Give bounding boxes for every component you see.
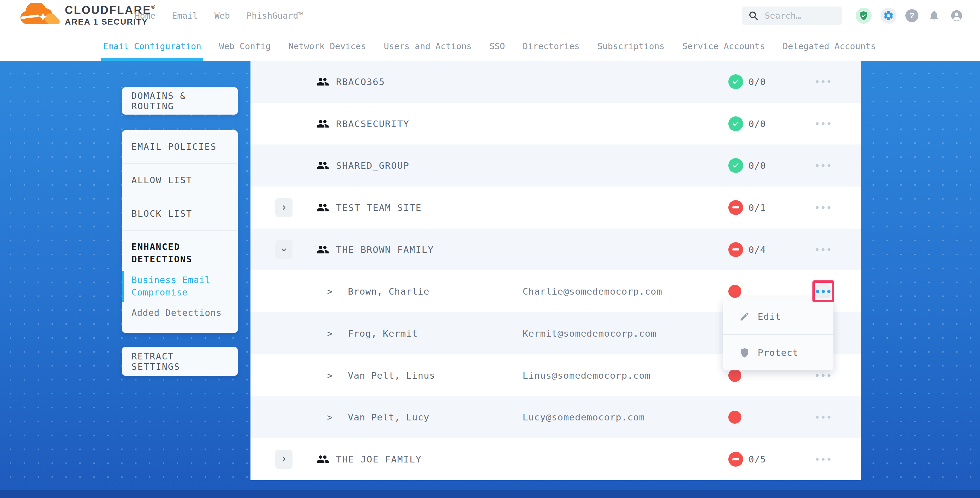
collapse-button[interactable] [275, 240, 293, 259]
user-caret[interactable]: > [327, 286, 332, 297]
user-caret[interactable]: > [327, 370, 332, 380]
nav-phishguard[interactable]: PhishGuard™ [247, 11, 304, 21]
tab-delegated-accounts[interactable]: Delegated Accounts [783, 31, 876, 61]
gear-icon[interactable] [881, 8, 897, 24]
bell-icon[interactable] [927, 9, 941, 22]
section-tabbar: Email Configuration Web Config Network D… [0, 31, 980, 61]
bottom-strip [0, 490, 980, 498]
shield-icon [739, 347, 750, 358]
group-icon [316, 201, 329, 214]
help-icon[interactable]: ? [905, 9, 918, 22]
status-badge: 0/5 [728, 452, 766, 467]
row-menu-button[interactable] [809, 206, 837, 209]
sidebar-item-enhanced-detections[interactable]: ENHANCED DETECTIONS [122, 241, 238, 266]
tab-network-devices[interactable]: Network Devices [288, 31, 366, 61]
user-name: Van Pelt, Lucy [348, 412, 429, 423]
sidebar-item-business-email-compromise[interactable]: Business Email Compromise [122, 274, 238, 299]
group-icon [316, 243, 329, 256]
row-menu-button-active[interactable] [814, 282, 832, 300]
table-row-group: RBACSECURITY 0/0 [250, 103, 861, 145]
group-name: THE BROWN FAMILY [336, 244, 434, 255]
expand-button[interactable] [275, 450, 293, 469]
sidebar-label: RETRACT SETTINGS [132, 351, 228, 372]
row-menu-button[interactable] [809, 458, 837, 461]
pencil-icon [739, 311, 750, 322]
context-menu-item-protect[interactable]: Protect [723, 334, 834, 370]
tab-email-configuration[interactable]: Email Configuration [103, 31, 201, 61]
sidebar-item-added-detections[interactable]: Added Detections [122, 308, 238, 318]
tab-sso[interactable]: SSO [489, 31, 505, 61]
row-menu-button[interactable] [809, 374, 837, 377]
tab-service-accounts[interactable]: Service Accounts [682, 31, 765, 61]
sidebar-label: ALLOW LIST [132, 175, 192, 185]
tab-directories[interactable]: Directories [523, 31, 579, 61]
sidebar-section-enhanced-detections: ENHANCED DETECTIONS Business Email Compr… [122, 231, 238, 333]
nav-home[interactable]: Home [135, 11, 156, 21]
nav-web[interactable]: Web [214, 11, 230, 21]
user-name: Frog, Kermit [348, 328, 418, 339]
table-row-group: RBACO365 0/0 [250, 61, 861, 103]
protected-count: 0/0 [748, 160, 766, 171]
chevron-down-icon [281, 246, 287, 253]
search-icon [748, 10, 759, 21]
table-row-group: TEST TEAM SITE 0/1 [250, 186, 861, 229]
shield-check-icon[interactable] [856, 8, 872, 24]
app-header: CLOUDFLARE® AREA 1 SECURITY Home Email W… [0, 0, 980, 31]
help-glyph: ? [909, 11, 914, 21]
nav-email[interactable]: Email [172, 11, 198, 21]
status-flag-dot [728, 285, 741, 298]
group-name: TEST TEAM SITE [336, 202, 422, 213]
protected-count: 0/4 [748, 244, 766, 255]
group-name: RBACO365 [336, 76, 385, 87]
group-icon [316, 117, 329, 130]
top-nav: Home Email Web PhishGuard™ [135, 0, 304, 31]
user-name: Brown, Charlie [348, 286, 429, 297]
page: CLOUDFLARE® AREA 1 SECURITY Home Email W… [0, 0, 980, 498]
row-menu-button[interactable] [809, 416, 837, 418]
header-icons: ? [856, 0, 963, 31]
table-row-group: THE JOE FAMILY 0/5 [250, 438, 861, 480]
user-caret[interactable]: > [327, 412, 332, 423]
row-menu-button[interactable] [809, 164, 837, 167]
group-icon [316, 75, 329, 88]
context-menu-label: Edit [758, 311, 781, 322]
chevron-right-icon [281, 204, 287, 211]
chevron-right-icon [281, 456, 287, 463]
row-menu-button[interactable] [809, 122, 837, 125]
sidebar-item-domains-routing[interactable]: DOMAINS & ROUTING [122, 88, 238, 115]
user-email: Linus@somedemocorp.com [523, 370, 651, 381]
table-row-group: THE BROWN FAMILY 0/4 [250, 229, 861, 270]
user-email: Lucy@somedemocorp.com [523, 412, 645, 423]
status-badge: 0/0 [728, 158, 766, 173]
search-input[interactable] [765, 11, 830, 21]
tab-users-and-actions[interactable]: Users and Actions [384, 31, 472, 61]
group-name: THE JOE FAMILY [336, 454, 422, 465]
status-ok-icon [728, 158, 743, 173]
group-icon [316, 453, 329, 466]
sidebar-item-allow-list[interactable]: ALLOW LIST [122, 164, 238, 197]
context-menu-item-edit[interactable]: Edit [723, 298, 834, 334]
row-context-menu: Edit Protect [723, 298, 834, 371]
status-badge: 0/1 [728, 200, 766, 215]
sidebar-item-retract-settings[interactable]: RETRACT SETTINGS [122, 347, 238, 376]
tab-web-config[interactable]: Web Config [219, 31, 271, 61]
sidebar-item-email-policies[interactable]: EMAIL POLICIES [122, 130, 238, 164]
sidebar-item-block-list[interactable]: BLOCK LIST [122, 197, 238, 231]
status-alert-icon [728, 200, 743, 215]
status-ok-icon [728, 74, 743, 89]
cloudflare-cloud-icon [17, 3, 63, 27]
status-ok-icon [728, 116, 743, 131]
tab-subscriptions[interactable]: Subscriptions [598, 31, 665, 61]
sidebar-label: DOMAINS & ROUTING [132, 91, 228, 111]
user-email: Charlie@somedemocorp.com [523, 286, 662, 297]
protected-count: 0/0 [748, 76, 766, 87]
row-menu-button[interactable] [809, 80, 837, 83]
user-email: Kermit@somedemocorp.com [523, 328, 656, 339]
user-name: Van Pelt, Linus [348, 370, 435, 381]
user-avatar-icon[interactable] [950, 9, 963, 22]
search-box[interactable] [742, 6, 842, 25]
user-caret[interactable]: > [327, 328, 332, 339]
row-menu-button[interactable] [809, 248, 837, 251]
expand-button[interactable] [275, 198, 293, 217]
protected-count: 0/1 [748, 202, 766, 213]
